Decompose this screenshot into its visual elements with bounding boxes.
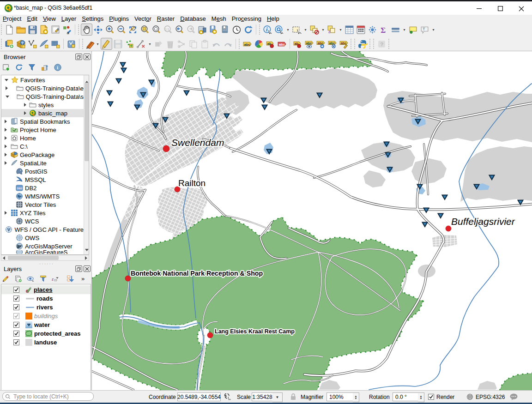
svg-text:Swellendam: Swellendam <box>171 137 224 148</box>
svg-text:T: T <box>423 27 425 31</box>
svg-text:Bontebok National Park Recepti: Bontebok National Park Reception & Shop <box>131 270 263 277</box>
svg-text:ε: ε <box>52 276 54 282</box>
svg-text:abc: abc <box>341 41 347 45</box>
svg-text:i: i <box>57 65 58 70</box>
svg-text:Σ: Σ <box>381 25 386 34</box>
svg-text:Buffeljagsrivier: Buffeljagsrivier <box>451 216 515 227</box>
svg-text:a: a <box>66 30 69 34</box>
svg-text:abc: abc <box>279 42 285 46</box>
svg-text:abc: abc <box>244 42 251 46</box>
svg-text:1:1: 1:1 <box>165 27 169 30</box>
svg-text:DB2: DB2 <box>17 187 23 190</box>
svg-text:?: ? <box>380 42 383 47</box>
svg-text:abc: abc <box>306 41 312 45</box>
svg-text:Railton: Railton <box>178 178 206 188</box>
svg-text:Lang Elsies Kraal Rest Camp: Lang Elsies Kraal Rest Camp <box>215 328 295 335</box>
